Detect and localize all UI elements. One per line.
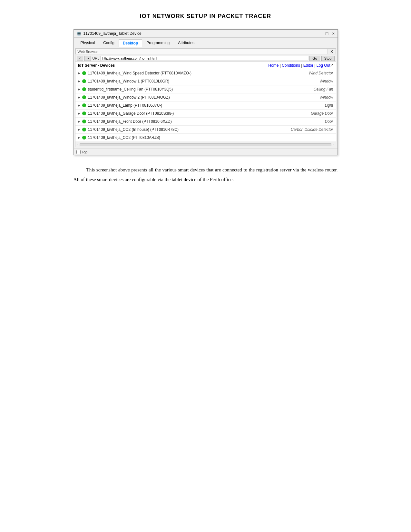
nav-home-link[interactable]: Home: [268, 63, 279, 68]
device-type: Carbon Dixoide Detector: [291, 127, 333, 132]
status-dot: [82, 103, 86, 107]
expand-arrow-icon[interactable]: ▶: [78, 104, 80, 107]
window-title-left: 💻 11701409_lavtheja_Tablet Device: [76, 31, 142, 36]
top-checkbox-label: Top: [82, 150, 88, 154]
scroll-right-button[interactable]: >: [333, 143, 335, 146]
device-type: Garage Door: [311, 111, 333, 116]
device-type: Door: [325, 119, 333, 124]
list-item[interactable]: ▶ 11701409_lavtheja_Garage Door (PTT0810…: [75, 110, 336, 118]
web-browser-label: Web Browser: [76, 49, 101, 54]
expand-arrow-icon[interactable]: ▶: [78, 112, 80, 115]
iot-server-header: IoT Server - Devices Home | Conditions |…: [75, 62, 336, 69]
browser-topbar: Web Browser X: [75, 49, 336, 54]
top-checkbox[interactable]: [76, 150, 81, 154]
status-dot: [82, 87, 86, 91]
device-name: 11701409_lavtheja_Wind Speed Detector (P…: [88, 71, 192, 75]
expand-arrow-icon[interactable]: ▶: [78, 88, 80, 91]
close-button[interactable]: ×: [332, 31, 335, 36]
status-dot: [82, 71, 86, 75]
status-dot: [82, 120, 86, 123]
device-type: Window: [319, 95, 333, 100]
browser-close-button[interactable]: X: [328, 49, 335, 54]
stop-button[interactable]: Stop: [321, 56, 335, 61]
go-button[interactable]: Go: [309, 56, 320, 61]
list-item[interactable]: ▶ studentid_firstname_Celling Fan (PTT08…: [75, 85, 336, 93]
back-button[interactable]: <: [77, 56, 83, 61]
expand-arrow-icon[interactable]: ▶: [78, 72, 80, 75]
status-dot: [82, 79, 86, 83]
nav-logout-link[interactable]: Log Out: [317, 63, 330, 68]
status-dot: [82, 111, 86, 115]
iot-server-nav: Home | Conditions | Editor | Log Out ^: [268, 63, 333, 68]
list-item[interactable]: ▶ 11701409_lavtheja_Wind Speed Detector …: [75, 69, 336, 77]
page-title: IOT NETWORK SETUP IN PACKET TRACER: [19, 13, 392, 20]
status-dot: [82, 95, 86, 99]
device-list-wrapper: ▶ 11701409_lavtheja_Wind Speed Detector …: [75, 69, 336, 142]
device-list: ▶ 11701409_lavtheja_Wind Speed Detector …: [75, 69, 336, 142]
nav-arrow: ^: [331, 63, 333, 68]
expand-arrow-icon[interactable]: ▶: [78, 120, 80, 123]
minimize-button[interactable]: –: [319, 31, 322, 36]
status-dot: [82, 136, 86, 140]
list-item[interactable]: ▶ 11701409_lavtheja_Window 1 (PTT0810L0G…: [75, 77, 336, 85]
tabs-bar: Physical Config Desktop Programming Attr…: [74, 38, 338, 47]
device-name: 11701409_lavtheja_Front Door (PTT0810 6X…: [88, 119, 172, 124]
maximize-button[interactable]: □: [326, 31, 328, 36]
device-name: 11701409_lavtheja_Window 1 (PTT0810L0GR): [88, 79, 170, 83]
expand-arrow-icon[interactable]: ▶: [78, 136, 80, 139]
browser-content: Web Browser X < > URL Go Stop IoT Server…: [75, 48, 336, 147]
expand-arrow-icon[interactable]: ▶: [78, 80, 80, 83]
window-controls: – □ ×: [319, 31, 335, 36]
tab-desktop[interactable]: Desktop: [119, 39, 142, 47]
device-name: studentid_firstname_Celling Fan (PTT0810…: [88, 87, 173, 92]
paragraph-1: This screenshot above presents all the v…: [73, 165, 338, 184]
tab-physical[interactable]: Physical: [76, 39, 99, 47]
device-name: 11701409_lavtheja_CO2 (PTT0810ARJS): [88, 135, 160, 140]
device-type: Ceiling Fan: [314, 87, 333, 92]
tab-attributes[interactable]: Attributes: [174, 39, 199, 47]
list-item[interactable]: ▶ 11701409_lavtheja_CO2 (In house) (PTT0…: [75, 126, 336, 134]
window-footer: Top: [74, 149, 338, 155]
device-name: 11701409_lavtheja_Window 2 (PTT08104OGZ): [88, 95, 170, 100]
device-type: Window: [319, 79, 333, 83]
device-name: 11701409_lavtheja_Lamp (PTT08105J7U-): [88, 103, 162, 108]
expand-arrow-icon[interactable]: ▶: [78, 128, 80, 131]
device-name: 11701409_lavtheja_CO2 (In house) (PTT081…: [88, 127, 179, 132]
tab-config[interactable]: Config: [99, 39, 119, 47]
window-container: 💻 11701409_lavtheja_Tablet Device – □ × …: [73, 29, 338, 155]
list-item[interactable]: ▶ 11701409_lavtheja_CO2 (PTT0810ARJS): [75, 134, 336, 142]
horizontal-scrollbar: < >: [75, 142, 336, 147]
nav-conditions-link[interactable]: Conditions: [282, 63, 300, 68]
status-dot: [82, 128, 86, 131]
window-titlebar: 💻 11701409_lavtheja_Tablet Device – □ ×: [74, 30, 338, 38]
nav-editor-link[interactable]: Editor: [303, 63, 313, 68]
scroll-left-button[interactable]: <: [77, 143, 79, 146]
forward-button[interactable]: >: [84, 56, 91, 61]
list-item[interactable]: ▶ 11701409_lavtheja_Front Door (PTT0810 …: [75, 118, 336, 126]
body-text: This screenshot above presents all the v…: [73, 165, 338, 184]
window-title-text: 11701409_lavtheja_Tablet Device: [83, 31, 142, 36]
tab-programming[interactable]: Programming: [142, 39, 174, 47]
list-item[interactable]: ▶ 11701409_lavtheja_Window 2 (PTT08104OG…: [75, 93, 336, 102]
device-type: Wind Detector: [309, 71, 333, 75]
tablet-icon: 💻: [76, 31, 82, 36]
list-item[interactable]: ▶ 11701409_lavtheja_Lamp (PTT08105J7U-) …: [75, 102, 336, 110]
url-label: URL: [92, 56, 99, 60]
device-name: 11701409_lavtheja_Garage Door (PTT0810S3…: [88, 111, 174, 116]
device-type: Light: [325, 103, 333, 108]
browser-nav-row: < > URL Go Stop: [75, 55, 336, 62]
scroll-track[interactable]: [80, 143, 331, 146]
iot-server-title: IoT Server - Devices: [78, 63, 115, 68]
url-input[interactable]: [101, 56, 308, 61]
expand-arrow-icon[interactable]: ▶: [78, 96, 80, 99]
